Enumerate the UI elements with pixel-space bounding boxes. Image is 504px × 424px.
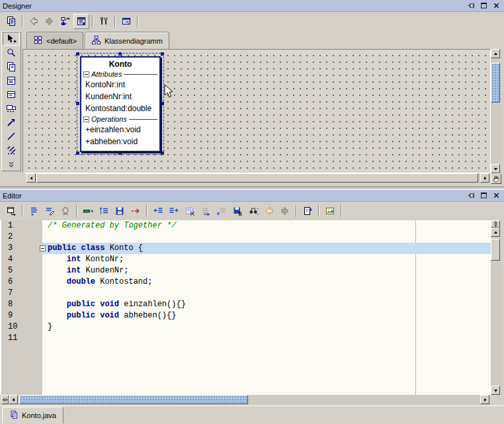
- editor-horizontal-scrollbar[interactable]: [1, 395, 489, 405]
- code-line[interactable]: 7: [1, 288, 491, 299]
- designer-titlebar[interactable]: Designer: [0, 0, 504, 12]
- code-text[interactable]: public class Konto {: [42, 243, 491, 254]
- code-line[interactable]: 6 double Kontostand;: [1, 276, 491, 288]
- split-editor-handle[interactable]: [1, 395, 9, 404]
- pointer-move-tool[interactable]: [3, 32, 20, 46]
- uml-class-node[interactable]: KontoAttributesKontoNr:intKundenNr:intKo…: [80, 56, 161, 152]
- class-member[interactable]: Kontostand:double: [81, 103, 159, 114]
- scroll-down-button[interactable]: [491, 164, 500, 173]
- code-text[interactable]: int KontoNr;: [42, 254, 491, 265]
- pan-hand-button[interactable]: [491, 173, 501, 184]
- maximize-icon[interactable]: [478, 191, 489, 200]
- code-line[interactable]: 8 public void einzahlen(){}: [1, 299, 491, 310]
- scroll-right-button[interactable]: [480, 395, 489, 404]
- scroll-thumb[interactable]: [491, 239, 500, 261]
- save-layout-icon[interactable]: [112, 204, 128, 219]
- code-text[interactable]: int KundenNr;: [42, 265, 491, 276]
- zoom-tool[interactable]: [3, 46, 20, 60]
- selection-handle[interactable]: [161, 52, 164, 56]
- code-text[interactable]: [42, 288, 491, 299]
- scroll-up-button[interactable]: [491, 228, 500, 237]
- collapse-minus-icon[interactable]: [83, 71, 89, 77]
- add-to-model-icon[interactable]: [73, 14, 89, 29]
- search-member-icon[interactable]: [58, 204, 73, 219]
- selection-handle[interactable]: [118, 52, 122, 56]
- code-text[interactable]: public void abheben(){}: [42, 310, 491, 321]
- code-line[interactable]: 5 int KundenNr;: [1, 265, 491, 276]
- code-text[interactable]: }: [42, 321, 491, 333]
- more-tools-chevron[interactable]: [3, 157, 20, 171]
- scroll-left-button[interactable]: [9, 395, 18, 404]
- code-text[interactable]: [42, 333, 491, 344]
- pin-icon[interactable]: [466, 1, 476, 11]
- code-text[interactable]: public void einzahlen(){}: [42, 299, 491, 310]
- add-comment-lines-icon[interactable]: [26, 204, 42, 219]
- insert-template-icon[interactable]: [80, 204, 96, 219]
- copy-shortcut-tool[interactable]: [3, 60, 20, 73]
- selection-handle[interactable]: [161, 151, 164, 155]
- selection-handle[interactable]: [76, 52, 79, 56]
- update-package-icon[interactable]: [58, 14, 73, 29]
- line-tool[interactable]: [3, 129, 20, 143]
- selection-handle[interactable]: [76, 151, 79, 155]
- code-line[interactable]: 9 public void abheben(){}: [1, 310, 491, 321]
- code-line[interactable]: 2: [1, 232, 491, 243]
- run-to-line-icon[interactable]: [198, 204, 214, 219]
- class-tool[interactable]: [3, 73, 20, 87]
- diagram-properties-icon[interactable]: [118, 14, 134, 29]
- designer-horizontal-scrollbar[interactable]: [26, 173, 489, 184]
- edit-lines-icon[interactable]: [42, 204, 58, 219]
- scroll-left-button[interactable]: [26, 173, 36, 183]
- dependency-tool[interactable]: [3, 143, 20, 157]
- scroll-right-button[interactable]: [480, 173, 489, 183]
- find-usages-icon[interactable]: [245, 204, 261, 219]
- save-as-icon[interactable]: R: [230, 204, 245, 219]
- class-member[interactable]: +abheben:void: [81, 136, 159, 148]
- diagram-canvas[interactable]: KontoAttributesKontoNr:intKundenNr:intKo…: [22, 49, 491, 173]
- close-icon[interactable]: [491, 191, 501, 200]
- forward-arrow-icon[interactable]: [42, 14, 58, 29]
- split-editor-handle[interactable]: [491, 220, 500, 228]
- editor-titlebar[interactable]: Editor: [0, 190, 504, 202]
- interface-tool[interactable]: [3, 87, 20, 101]
- navigate-forward-icon[interactable]: [277, 204, 293, 219]
- close-icon[interactable]: [491, 1, 501, 11]
- copy-diagram-icon[interactable]: [3, 14, 19, 29]
- selection-handle[interactable]: [161, 102, 164, 105]
- scroll-down-button[interactable]: [491, 386, 500, 395]
- code-line[interactable]: 1/* Generated by Together */: [1, 220, 491, 232]
- class-member[interactable]: +einzahlen:void: [81, 124, 159, 136]
- scroll-thumb[interactable]: [491, 63, 500, 103]
- tools-options-icon[interactable]: [96, 14, 112, 29]
- code-line[interactable]: 10}: [1, 321, 491, 333]
- indent-right-icon[interactable]: [166, 204, 182, 219]
- designer-vertical-scrollbar[interactable]: [491, 49, 501, 173]
- collapse-minus-icon[interactable]: [83, 116, 89, 122]
- indent-left-icon[interactable]: [150, 204, 166, 219]
- maximize-icon[interactable]: [478, 1, 489, 11]
- clear-table-icon[interactable]: [182, 204, 198, 219]
- association-arrow-tool[interactable]: [3, 115, 20, 129]
- scroll-thumb[interactable]: [19, 395, 248, 404]
- class-member[interactable]: KundenNr:int: [81, 91, 159, 103]
- code-line[interactable]: 3public class Konto {: [1, 243, 491, 254]
- fold-collapse-icon[interactable]: [40, 245, 46, 251]
- editor-vertical-scrollbar[interactable]: [491, 220, 501, 395]
- diagram-tab[interactable]: Klassendiagramm: [85, 32, 169, 49]
- class-member[interactable]: KontoNr:int: [81, 79, 159, 91]
- pin-icon[interactable]: [466, 191, 476, 200]
- code-editor-area[interactable]: 1/* Generated by Together */23public cla…: [1, 220, 491, 395]
- add-lines-icon[interactable]: [214, 204, 230, 219]
- package-tool[interactable]: [3, 101, 20, 115]
- navigate-back-icon[interactable]: [261, 204, 277, 219]
- organize-imports-icon[interactable]: [96, 204, 112, 219]
- sync-source-icon[interactable]: [300, 204, 315, 219]
- code-text[interactable]: /* Generated by Together */: [42, 220, 491, 232]
- scroll-thumb[interactable]: [36, 173, 478, 183]
- diagram-tab[interactable]: <default>: [26, 32, 83, 49]
- image-gallery-icon[interactable]: [322, 204, 338, 219]
- toggle-source-view-icon[interactable]: [3, 204, 19, 219]
- back-arrow-icon[interactable]: [26, 14, 42, 29]
- code-text[interactable]: [42, 232, 491, 243]
- code-line[interactable]: 11: [1, 333, 491, 344]
